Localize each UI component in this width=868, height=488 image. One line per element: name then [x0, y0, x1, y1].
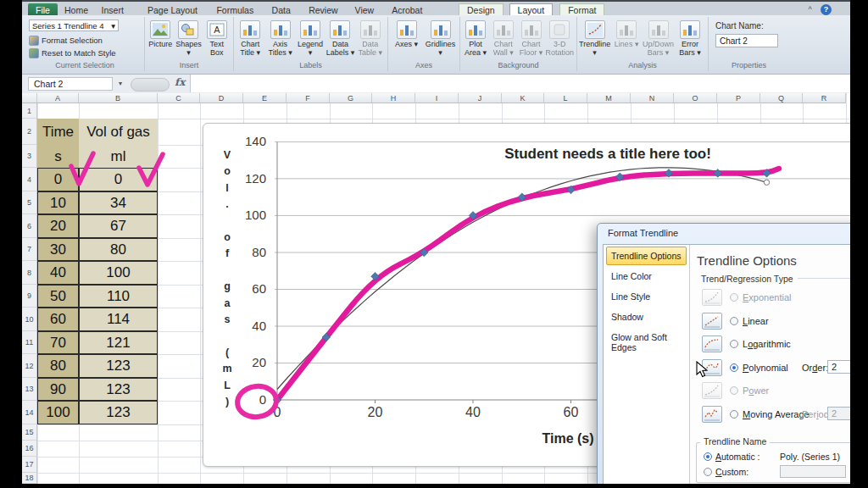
- row-header-1[interactable]: 1: [22, 103, 37, 119]
- x-axis-title[interactable]: Time (s): [534, 431, 602, 446]
- column-header-M[interactable]: M: [587, 93, 631, 103]
- row-header-2[interactable]: 2: [22, 119, 37, 145]
- chart-title[interactable]: Student needs a title here too!: [481, 146, 735, 163]
- row-header-5[interactable]: 5: [22, 191, 37, 214]
- custom-name-input[interactable]: [780, 465, 846, 478]
- data-point[interactable]: [714, 169, 722, 178]
- format-trendline-dialog[interactable]: Format Trendline Trendline OptionsLine C…: [597, 223, 868, 488]
- column-header-K[interactable]: K: [502, 93, 544, 103]
- column-header-I[interactable]: I: [415, 93, 459, 103]
- row-header-13[interactable]: 13: [22, 378, 37, 401]
- ribbon-button-text-box[interactable]: AText Box: [203, 19, 231, 60]
- fx-icon[interactable]: fx: [175, 76, 185, 88]
- row-header-17[interactable]: 17: [22, 457, 37, 473]
- ribbon-button-trendline[interactable]: Trendline ▾: [579, 19, 610, 60]
- cell-A3[interactable]: s: [37, 145, 79, 168]
- row-header-18[interactable]: 18: [22, 473, 37, 484]
- row-header-16[interactable]: 16: [22, 441, 37, 457]
- row-header-12[interactable]: 12: [22, 354, 37, 378]
- cell-B2[interactable]: Vol of gas: [79, 119, 158, 145]
- logarithmic-radio[interactable]: [730, 340, 738, 348]
- dialog-nav-trendline-options[interactable]: Trendline Options: [606, 247, 687, 265]
- cell-A14[interactable]: 100: [37, 401, 79, 424]
- cell-B3[interactable]: ml: [79, 145, 158, 168]
- ribbon-button-plot-area[interactable]: Plot Area ▾: [462, 19, 489, 60]
- cell-A6[interactable]: 20: [37, 214, 79, 238]
- ribbon-button-error-bars[interactable]: Error Bars ▾: [675, 19, 705, 60]
- cell-B7[interactable]: 80: [79, 238, 158, 261]
- reset-to-match-style-button[interactable]: Reset to Match Style: [29, 47, 116, 58]
- cell-A8[interactable]: 40: [37, 261, 79, 285]
- row-header-3[interactable]: 3: [22, 145, 37, 168]
- formula-input[interactable]: [190, 75, 850, 92]
- cell-B12[interactable]: 123: [79, 354, 158, 378]
- row-header-7[interactable]: 7: [22, 238, 37, 261]
- column-header-G[interactable]: G: [330, 93, 372, 103]
- column-header-Q[interactable]: Q: [760, 93, 803, 103]
- column-header-O[interactable]: O: [674, 93, 717, 103]
- chart-name-input[interactable]: Chart 2: [715, 34, 778, 47]
- cell-B4[interactable]: 0: [79, 168, 158, 191]
- cell-A13[interactable]: 90: [37, 378, 79, 401]
- ribbon-button-axes[interactable]: Axes ▾: [390, 19, 423, 60]
- moving-average-radio[interactable]: [730, 410, 738, 419]
- ribbon-button-axis-titles[interactable]: Axis Titles ▾: [265, 19, 294, 60]
- cell-A4[interactable]: 0: [37, 168, 79, 191]
- column-header-L[interactable]: L: [544, 93, 587, 103]
- ribbon-button-chart-title[interactable]: Chart Title ▾: [236, 19, 264, 60]
- cell-B11[interactable]: 121: [79, 331, 158, 354]
- column-header-P[interactable]: P: [717, 93, 760, 103]
- cell-B8[interactable]: 100: [79, 261, 158, 285]
- column-header-A[interactable]: A: [37, 93, 79, 103]
- column-header-D[interactable]: D: [200, 93, 243, 103]
- ribbon-button-data-labels[interactable]: Data Labels ▾: [326, 19, 354, 60]
- row-header-4[interactable]: 4: [22, 168, 37, 191]
- row-header-15[interactable]: 15: [22, 424, 37, 441]
- ribbon-button-shapes[interactable]: Shapes ▾: [175, 19, 202, 60]
- column-header-C[interactable]: C: [158, 93, 200, 103]
- cell-B14[interactable]: 123: [79, 401, 158, 424]
- row-header-8[interactable]: 8: [22, 261, 37, 285]
- name-box-dropdown-icon[interactable]: ▾: [115, 77, 125, 91]
- polynomial-radio[interactable]: [730, 363, 738, 372]
- automatic-name-radio[interactable]: [704, 452, 712, 461]
- column-header-E[interactable]: E: [243, 93, 287, 103]
- column-header-J[interactable]: J: [459, 93, 502, 103]
- row-header-10[interactable]: 10: [22, 308, 37, 331]
- linear-radio[interactable]: [730, 317, 738, 325]
- cell-B6[interactable]: 67: [79, 214, 158, 238]
- chart-element-dropdown[interactable]: Series 1 Trendline 4 ▾: [29, 19, 119, 31]
- cell-B5[interactable]: 34: [79, 191, 158, 214]
- cell-B10[interactable]: 114: [79, 308, 158, 331]
- row-header-9[interactable]: 9: [22, 285, 37, 308]
- dialog-nav-glow-and-soft-edges[interactable]: Glow and Soft Edges: [606, 328, 687, 357]
- column-header-F[interactable]: F: [287, 93, 330, 103]
- row-header-11[interactable]: 11: [22, 331, 37, 354]
- select-all-corner[interactable]: [22, 93, 37, 103]
- ribbon-button-legend[interactable]: Legend ▾: [296, 19, 325, 60]
- column-header-N[interactable]: N: [631, 93, 674, 103]
- cell-A5[interactable]: 10: [37, 191, 79, 214]
- cell-A10[interactable]: 60: [37, 308, 79, 331]
- column-header-B[interactable]: B: [79, 93, 158, 103]
- dialog-nav-line-color[interactable]: Line Color: [606, 267, 687, 286]
- custom-name-radio[interactable]: [704, 468, 712, 476]
- cell-B9[interactable]: 110: [79, 285, 158, 308]
- trendline-end-handle[interactable]: [764, 180, 769, 185]
- cell-A2[interactable]: Time: [37, 119, 79, 145]
- dialog-nav-line-style[interactable]: Line Style: [606, 287, 687, 306]
- collapse-ribbon-icon[interactable]: ^: [804, 4, 815, 15]
- row-header-14[interactable]: 14: [22, 401, 37, 424]
- ribbon-button-picture[interactable]: Picture: [147, 19, 174, 60]
- help-icon[interactable]: ?: [821, 4, 832, 15]
- ribbon-button-gridlines[interactable]: Gridlines ▾: [424, 19, 457, 60]
- dialog-nav-shadow[interactable]: Shadow: [606, 308, 687, 326]
- cell-A7[interactable]: 30: [37, 238, 79, 261]
- column-header-H[interactable]: H: [372, 93, 415, 103]
- name-box[interactable]: Chart 2: [28, 77, 113, 91]
- cell-A9[interactable]: 50: [37, 285, 79, 308]
- format-selection-button[interactable]: Format Selection: [29, 35, 103, 46]
- row-header-6[interactable]: 6: [22, 214, 37, 238]
- column-header-R[interactable]: R: [803, 93, 846, 103]
- cell-A12[interactable]: 80: [37, 354, 79, 378]
